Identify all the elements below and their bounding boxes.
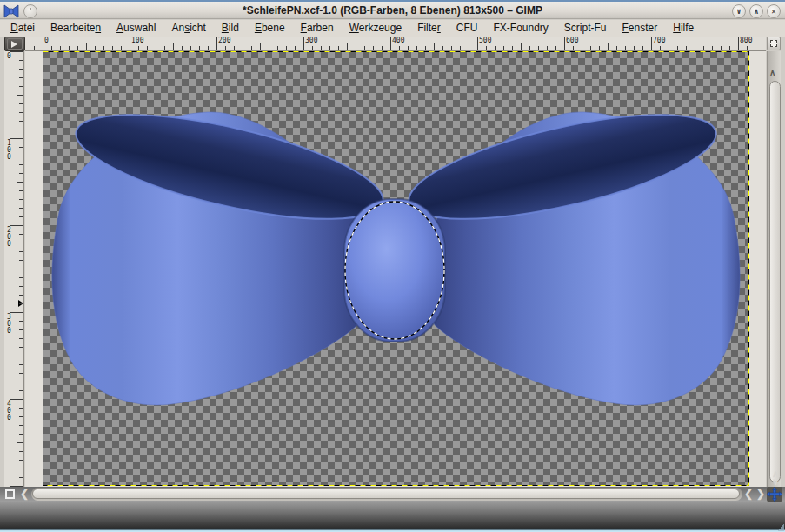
ruler-tick xyxy=(434,43,435,50)
horizontal-ruler[interactable]: 0100200300400500600700800 xyxy=(25,37,766,51)
ruler-tick xyxy=(19,416,23,417)
ruler-tick xyxy=(538,46,539,50)
ruler-label: 0 xyxy=(7,53,11,60)
shade-button[interactable]: ∨ xyxy=(732,4,746,18)
bow-center-knot xyxy=(344,199,445,342)
ruler-tick xyxy=(677,46,678,50)
ruler-tick xyxy=(19,60,23,61)
menu-item-bearbeiten[interactable]: Bearbeiten xyxy=(43,20,109,37)
ruler-tick xyxy=(19,408,23,409)
zoom-follow-window-button[interactable] xyxy=(767,37,781,50)
ruler-tick xyxy=(173,43,174,50)
menu-item-datei[interactable]: Datei xyxy=(3,20,43,37)
ruler-tick xyxy=(347,43,348,50)
ruler-tick xyxy=(86,43,87,50)
menu-item-ansicht[interactable]: Ansicht xyxy=(163,20,213,37)
horizontal-scrollbar-track[interactable] xyxy=(31,488,742,501)
ruler-tick xyxy=(10,312,23,313)
menu-item-hilfe[interactable]: Hilfe xyxy=(665,20,702,37)
scroll-left-icon[interactable]: ❮ xyxy=(744,488,756,500)
ruler-label: 0 xyxy=(44,37,49,44)
ruler-tick xyxy=(486,46,487,50)
menu-item-ebene[interactable]: Ebene xyxy=(247,20,293,37)
bow-image[interactable] xyxy=(43,51,749,486)
menu-item-fx-foundry[interactable]: FX-Foundry xyxy=(485,20,555,37)
ruler-tick xyxy=(19,460,23,461)
ruler-tick xyxy=(243,46,243,50)
vertical-scrollbar-track[interactable]: ∧ ∧ ∨ xyxy=(767,51,781,487)
menu-item-bild[interactable]: Bild xyxy=(214,20,247,37)
ruler-tick xyxy=(60,46,61,50)
menu-item-farben[interactable]: Farben xyxy=(293,20,342,37)
titlebar[interactable]: *SchleifePN.xcf-1.0 (RGB-Farben, 8 Ebene… xyxy=(0,0,785,19)
menu-item-filter[interactable]: Filter xyxy=(409,20,449,37)
ruler-tick xyxy=(295,46,296,50)
ruler-tick xyxy=(529,46,530,50)
ruler-tick xyxy=(582,46,582,50)
ruler-tick xyxy=(69,46,70,50)
ruler-label: 100 xyxy=(131,37,143,44)
horizontal-scrollbar-thumb[interactable] xyxy=(32,489,740,499)
ruler-tick xyxy=(660,46,661,50)
ruler-tick xyxy=(390,37,391,50)
ruler-tick xyxy=(451,46,452,50)
ruler-tick xyxy=(17,442,23,443)
menu-item-fenster[interactable]: Fenster xyxy=(615,20,666,37)
ruler-tick xyxy=(269,46,269,50)
scroll-down-icon[interactable]: ∨ xyxy=(769,478,782,486)
ruler-tick xyxy=(625,46,626,50)
ruler-tick xyxy=(469,46,469,50)
ruler-tick xyxy=(260,43,261,50)
ruler-tick xyxy=(19,77,23,78)
image-menu-button[interactable] xyxy=(4,37,25,51)
ruler-tick xyxy=(312,46,313,50)
ruler-tick xyxy=(121,46,122,50)
ruler-tick xyxy=(19,425,23,426)
canvas-viewport[interactable] xyxy=(25,51,766,487)
navigation-button[interactable] xyxy=(767,487,782,502)
menu-item-cfu[interactable]: CFU xyxy=(449,20,486,37)
scroll-up-icon[interactable]: ∧ xyxy=(769,69,775,77)
ruler-tick xyxy=(599,46,600,50)
vertical-ruler[interactable]: 0100200300400 xyxy=(4,51,24,487)
bow-left-loop xyxy=(52,93,392,405)
ruler-tick xyxy=(564,37,565,50)
ruler-tick xyxy=(19,121,23,122)
maximize-button[interactable]: ∧ xyxy=(749,4,763,18)
ruler-label: 300 xyxy=(7,314,11,335)
ruler-tick xyxy=(164,46,165,50)
bottom-panel: ❮ ❮❯ px ▼ 100 % xyxy=(0,487,785,528)
ruler-tick xyxy=(19,69,23,70)
quick-mask-toggle[interactable] xyxy=(4,489,17,502)
close-button[interactable]: ✕ xyxy=(767,4,781,18)
vertical-scrollbar: ∧ ∧ ∨ xyxy=(766,37,782,487)
ruler-tick xyxy=(19,147,23,148)
ruler-tick xyxy=(512,46,513,50)
vertical-scrollbar-thumb[interactable] xyxy=(769,81,781,482)
ruler-label: 400 xyxy=(7,401,11,422)
scroll-right-buttons[interactable]: ❮❯ xyxy=(744,488,768,500)
ruler-tick xyxy=(19,338,23,339)
ruler-tick xyxy=(19,130,23,130)
window-menu-button[interactable] xyxy=(23,4,37,18)
scroll-down-buttons[interactable]: ∧ ∨ xyxy=(769,470,782,486)
ruler-label: 700 xyxy=(653,37,665,44)
ruler-tick xyxy=(34,46,35,50)
ruler-tick xyxy=(19,390,23,391)
ruler-tick xyxy=(416,46,417,50)
menu-item-werkzeuge[interactable]: Werkzeuge xyxy=(342,20,409,37)
ruler-tick xyxy=(19,156,23,156)
ruler-tick xyxy=(17,95,23,96)
ruler-tick xyxy=(695,43,695,50)
ruler-label: 400 xyxy=(392,37,404,44)
resize-grip-icon[interactable] xyxy=(777,524,784,531)
ruler-tick xyxy=(19,303,23,304)
ruler-tick xyxy=(442,46,443,50)
menu-item-script-fu[interactable]: Script-Fu xyxy=(556,20,615,37)
ruler-tick xyxy=(43,37,43,50)
ruler-tick xyxy=(10,51,23,52)
menu-item-auswahl[interactable]: Auswahl xyxy=(109,20,163,37)
ruler-tick xyxy=(329,46,330,50)
ruler-tick xyxy=(286,46,287,50)
scroll-left-icon[interactable]: ❮ xyxy=(20,488,29,500)
